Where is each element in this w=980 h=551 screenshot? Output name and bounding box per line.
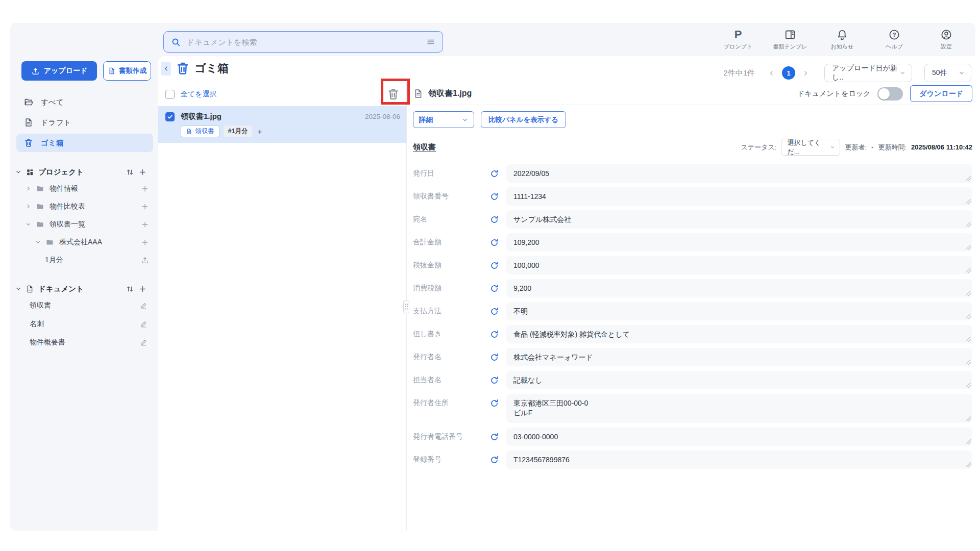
sort-icon[interactable] — [126, 168, 134, 177]
page-prev-icon[interactable] — [768, 70, 775, 77]
project-item-bukken-hikaku[interactable]: 物件比較表 — [10, 197, 158, 215]
field-value-input[interactable]: 不明 — [506, 302, 972, 320]
sidebar-item-all[interactable]: すべて — [16, 93, 153, 111]
refresh-icon[interactable] — [489, 455, 499, 465]
add-icon[interactable] — [141, 220, 149, 229]
page-next-icon[interactable] — [802, 70, 809, 77]
sidebar-item-draft[interactable]: ドラフト — [16, 113, 153, 132]
project-item-kabushikigaisha-aaa[interactable]: 株式会社AAA — [10, 233, 158, 251]
refresh-icon[interactable] — [489, 398, 499, 408]
field-value-input[interactable]: T1234567899876 — [506, 450, 972, 469]
settings-button[interactable]: 設定 — [929, 29, 963, 51]
add-icon[interactable] — [141, 238, 149, 246]
chevron-down-icon[interactable] — [15, 169, 21, 175]
document-type-bukken-gaiyosho[interactable]: 物件概要書 — [10, 333, 158, 352]
toggle-knob — [878, 88, 890, 99]
refresh-icon[interactable] — [489, 375, 499, 385]
item-checkbox[interactable] — [165, 112, 175, 121]
doc-type-link[interactable]: 領収書 — [413, 142, 436, 152]
project-item-ryoshusho-ichiran[interactable]: 領収書一覧 — [10, 215, 158, 233]
refresh-icon[interactable] — [489, 261, 499, 270]
sort-dropdown[interactable]: アップロード日が新し.. — [824, 64, 912, 82]
select-all-checkbox[interactable] — [165, 90, 175, 99]
add-tag-button[interactable]: + — [257, 127, 262, 136]
search-filter-icon[interactable] — [426, 37, 435, 46]
field-value-input[interactable]: 1111-1234 — [506, 187, 972, 206]
lock-toggle[interactable] — [877, 87, 903, 101]
download-button[interactable]: ダウンロード — [910, 85, 972, 102]
add-icon[interactable] — [141, 185, 149, 193]
pencil-icon[interactable] — [140, 302, 148, 310]
field-value-input[interactable]: サンプル株式会社 — [506, 210, 972, 229]
chevron-down-icon[interactable] — [35, 239, 41, 245]
sidebar-item-trash[interactable]: ゴミ箱 — [16, 134, 153, 152]
create-document-button[interactable]: 書類作成 — [103, 61, 151, 81]
add-icon[interactable] — [141, 203, 149, 211]
field-value-input[interactable]: 109,200 — [506, 233, 972, 252]
documents-title: ドキュメント — [38, 284, 84, 294]
pencil-icon[interactable] — [140, 320, 148, 328]
field-value-input[interactable]: 9,200 — [506, 279, 972, 297]
refresh-icon[interactable] — [489, 169, 499, 179]
search-input[interactable] — [186, 37, 421, 47]
add-document-type-icon[interactable] — [138, 285, 147, 293]
chevron-right-icon[interactable] — [26, 204, 31, 209]
per-page-dropdown[interactable]: 50件 — [924, 64, 971, 82]
pencil-icon[interactable] — [140, 338, 148, 346]
prompt-button[interactable]: P プロンプト — [721, 29, 755, 51]
status-label: ステータス: — [741, 143, 777, 152]
project-item-label: 物件情報 — [50, 184, 78, 193]
chevron-down-icon — [959, 70, 965, 76]
select-all-label[interactable]: 全てを選択 — [181, 90, 217, 99]
show-compare-panel-button[interactable]: 比較パネルを表示する — [481, 111, 566, 128]
projects-section: プロジェクト 物件情報 物件比較表 — [10, 164, 158, 269]
field-row-consumption-tax: 消費税額 9,200 — [413, 279, 972, 297]
chevron-down-icon[interactable] — [15, 286, 21, 292]
notifications-button[interactable]: お知らせ — [825, 29, 859, 51]
field-value-input[interactable]: 03-0000-0000 — [506, 428, 972, 446]
delete-selected-button[interactable] — [386, 87, 400, 101]
refresh-icon[interactable] — [489, 284, 499, 293]
topbar-actions: P プロンプト 書類テンプレ お知らせ ヘルプ 設定 — [721, 29, 963, 51]
refresh-icon[interactable] — [489, 215, 499, 224]
field-value-input[interactable]: 東京都港区三田00-00-0 ビルF — [506, 394, 972, 423]
collapse-sidebar-button[interactable] — [161, 62, 171, 76]
document-type-meishi[interactable]: 名刺 — [10, 315, 158, 333]
sort-icon[interactable] — [126, 285, 134, 293]
field-value-input[interactable]: 2022/09/05 — [506, 164, 972, 183]
project-item-bukken-joho[interactable]: 物件情報 — [10, 180, 158, 197]
status-dropdown[interactable]: 選択してくだ... — [781, 139, 840, 156]
field-row-proviso: 但し書き 食品 (軽減税率対象) 雑貨代金として — [413, 325, 972, 343]
upload-button[interactable]: アップロード — [21, 61, 97, 81]
add-project-icon[interactable] — [138, 168, 147, 177]
project-item-ichigatsubun[interactable]: 1月分 — [10, 251, 158, 269]
detail-tab-dropdown[interactable]: 詳細 — [413, 111, 474, 128]
doc-template-button[interactable]: 書類テンプレ — [773, 29, 807, 51]
item-date: 2025-08-06 — [365, 113, 400, 120]
doc-type-tag[interactable]: 領収書 — [181, 126, 219, 137]
list-item[interactable]: 領収書1.jpg 2025-08-06 領収書 #1月分 + — [158, 106, 406, 143]
chevron-right-icon[interactable] — [26, 186, 31, 191]
upload-icon[interactable] — [141, 256, 149, 264]
detail-panel: 領収書1.jpg ドキュメントをロック ダウンロード 詳細 比較パネルを表示する — [407, 83, 975, 531]
create-button-label: 書類作成 — [119, 66, 146, 76]
refresh-icon[interactable] — [489, 432, 499, 442]
refresh-icon[interactable] — [489, 330, 499, 339]
refresh-icon[interactable] — [489, 353, 499, 362]
chevron-down-icon[interactable] — [26, 221, 31, 227]
document-type-ryoshusho[interactable]: 領収書 — [10, 296, 158, 315]
refresh-icon[interactable] — [489, 192, 499, 202]
field-value-input[interactable]: 100,000 — [506, 256, 972, 274]
help-label: ヘルプ — [886, 43, 903, 51]
refresh-icon[interactable] — [489, 307, 499, 316]
help-button[interactable]: ヘルプ — [877, 29, 911, 51]
field-value-input[interactable]: 株式会社マネーォワード — [506, 348, 972, 366]
topbar: P プロンプト 書類テンプレ お知らせ ヘルプ 設定 — [10, 23, 975, 56]
prompt-label: プロンプト — [724, 43, 752, 51]
refresh-icon[interactable] — [489, 238, 499, 247]
field-value-input[interactable]: 食品 (軽減税率対象) 雑貨代金として — [506, 325, 972, 343]
page-number[interactable]: 1 — [782, 66, 795, 80]
hash-tag[interactable]: #1月分 — [224, 126, 253, 137]
search-bar[interactable] — [163, 31, 443, 53]
field-value-input[interactable]: 記載なし — [506, 371, 972, 389]
